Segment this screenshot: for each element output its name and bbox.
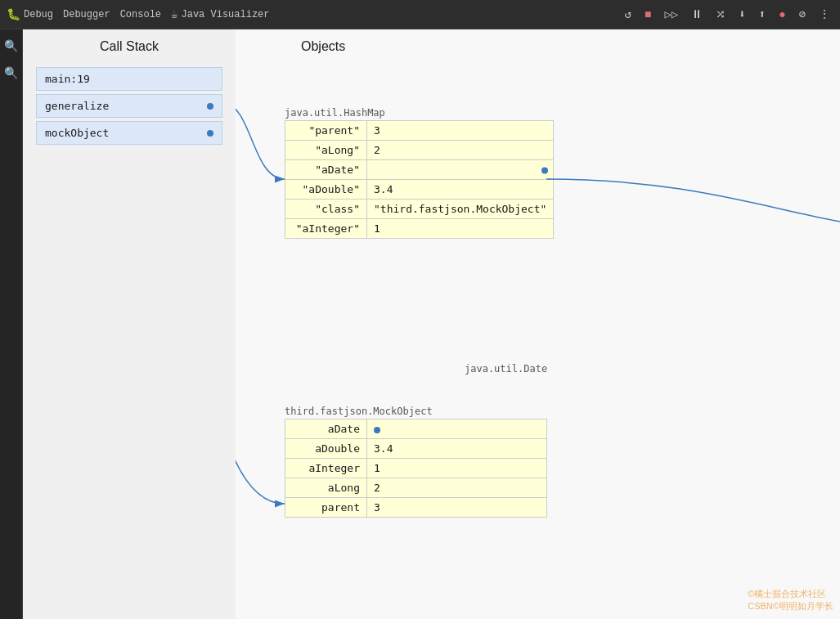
stack-frame-generalize-label: generalize	[45, 100, 109, 112]
table-row: aLong 2	[285, 478, 547, 498]
debug-label: Debug	[24, 9, 53, 20]
stack-frame-main-label: main:19	[45, 73, 90, 85]
debug-icon: 🐛	[7, 7, 20, 21]
mockobject-dot	[207, 130, 213, 137]
stack-frame-generalize[interactable]: generalize	[36, 94, 222, 118]
visualizer-label: Java Visualizer	[181, 9, 269, 20]
stack-frame-mockobject[interactable]: mockObject	[36, 121, 222, 145]
more-btn[interactable]: ⋮	[815, 6, 833, 23]
row-parent-key: "parent"	[285, 121, 367, 141]
table-row: "aInteger" 1	[285, 219, 554, 239]
main-area: 🔍 🔍 Call Stack main:19 generalize mockOb…	[0, 29, 840, 619]
row-ainteger-val: 1	[367, 219, 554, 239]
table-row: aInteger 1	[285, 459, 547, 478]
date-type-label: java.util.Date	[465, 363, 547, 375]
sidebar-icons: 🔍 🔍	[0, 29, 23, 619]
step-into-btn[interactable]: ⬇	[735, 6, 748, 23]
mo-adate-key: aDate	[285, 419, 367, 439]
call-stack-items: main:19 generalize mockObject	[23, 61, 236, 151]
stack-frame-main[interactable]: main:19	[36, 67, 222, 91]
row-adate-key: "aDate"	[285, 160, 367, 180]
row-along-key: "aLong"	[285, 141, 367, 160]
table-row: aDate	[285, 419, 547, 439]
row-parent-val: 3	[367, 121, 554, 141]
row-along-val: 2	[367, 141, 554, 160]
mo-parent-key: parent	[285, 498, 367, 518]
mo-parent-val: 3	[367, 498, 547, 518]
java-icon: ☕	[171, 7, 177, 21]
debug-menu[interactable]: 🐛 Debug	[7, 7, 53, 21]
objects-title: Objects	[236, 29, 840, 61]
call-stack-panel: Call Stack main:19 generalize mockObject	[23, 29, 236, 619]
debugger-menu[interactable]: Debugger	[63, 9, 110, 20]
table-row: "aDate"	[285, 160, 554, 180]
breakpoint-btn[interactable]: ●	[775, 7, 788, 23]
mockobject-type-label: third.fastjson.MockObject	[285, 406, 547, 417]
mo-ainteger-val: 1	[367, 459, 547, 478]
mo-adouble-key: aDouble	[285, 439, 367, 459]
watermark: ©橘士掘合技术社区 CSBN©明明如月学长	[748, 588, 833, 612]
row-adate-val	[367, 160, 554, 180]
arrow-generalize-to-hashmap	[236, 103, 285, 179]
toolbar: 🐛 Debug Debugger Console ☕ Java Visualiz…	[0, 0, 840, 29]
row-adouble-key: "aDouble"	[285, 180, 367, 200]
mo-adate-val	[367, 419, 547, 439]
console-label: Console	[120, 9, 161, 20]
debugger-label: Debugger	[63, 9, 110, 20]
adate-dot	[541, 168, 548, 174]
row-class-key: "class"	[285, 200, 367, 219]
mo-along-val: 2	[367, 478, 547, 498]
table-row: "class" "third.fastjson.MockObject"	[285, 200, 554, 219]
mo-adate-dot	[374, 427, 380, 433]
table-row: parent 3	[285, 498, 547, 518]
pause-btn[interactable]: ⏸	[688, 7, 706, 23]
stack-frame-mockobject-label: mockObject	[45, 127, 109, 139]
console-menu[interactable]: Console	[120, 9, 161, 20]
objects-panel: Objects java.util.HashMap "parent" 3 "aL…	[236, 29, 840, 619]
table-row: "aLong" 2	[285, 141, 554, 160]
generalize-dot	[207, 103, 213, 110]
row-adouble-val: 3.4	[367, 180, 554, 200]
hashmap-table: "parent" 3 "aLong" 2 "aDate" "aDo	[285, 120, 554, 239]
mute-btn[interactable]: ⊘	[796, 6, 809, 23]
hashmap-type-label: java.util.HashMap	[285, 107, 554, 119]
zoom-out-icon[interactable]: 🔍	[1, 63, 21, 83]
resume-btn[interactable]: ▷▷	[661, 6, 681, 23]
step-over-btn[interactable]: ⤮	[712, 6, 729, 23]
mo-adouble-val: 3.4	[367, 439, 547, 459]
table-row: "parent" 3	[285, 121, 554, 141]
arrow-adate-to-date	[546, 179, 840, 228]
step-out-btn[interactable]: ⬆	[756, 6, 769, 23]
refresh-btn[interactable]: ↺	[622, 6, 635, 23]
visualizer-menu[interactable]: ☕ Java Visualizer	[171, 7, 269, 21]
row-ainteger-key: "aInteger"	[285, 219, 367, 239]
debug-controls: ↺ ■ ▷▷ ⏸ ⤮ ⬇ ⬆ ● ⊘ ⋮	[622, 6, 833, 23]
hashmap-container: java.util.HashMap "parent" 3 "aLong" 2 "…	[285, 107, 554, 239]
mo-along-key: aLong	[285, 478, 367, 498]
table-row: "aDouble" 3.4	[285, 180, 554, 200]
stop-btn[interactable]: ■	[641, 7, 654, 23]
arrow-mockobject-to-table	[236, 124, 285, 504]
mockobject-table: aDate aDouble 3.4 aInteger 1 aLong 2	[285, 419, 547, 518]
table-row: aDouble 3.4	[285, 439, 547, 459]
row-class-val: "third.fastjson.MockObject"	[367, 200, 554, 219]
zoom-in-icon[interactable]: 🔍	[1, 36, 21, 56]
call-stack-title: Call Stack	[23, 29, 236, 61]
mockobject-container: third.fastjson.MockObject aDate aDouble …	[285, 406, 547, 518]
mo-ainteger-key: aInteger	[285, 459, 367, 478]
